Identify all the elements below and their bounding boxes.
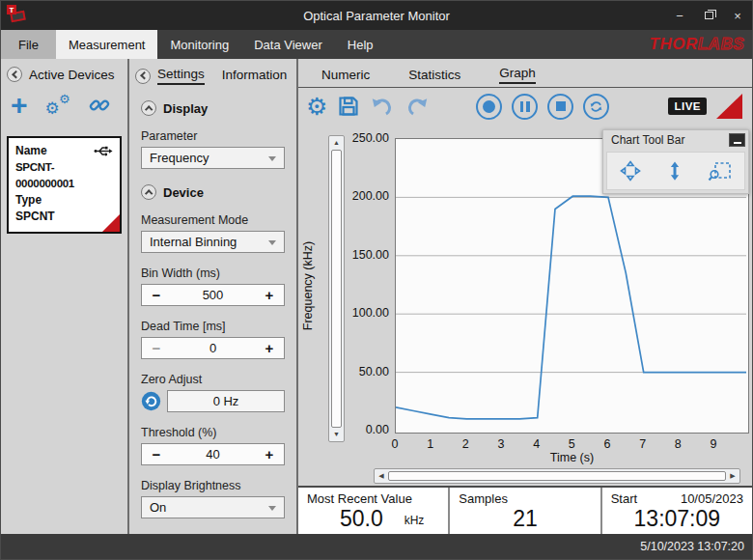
graph-toolbar: ⚙ — [298, 88, 752, 125]
chart-region: ▲ ▼ Frequency (kHz) 0.0050.00100.00150.0… — [298, 125, 752, 466]
restore-icon — [705, 12, 713, 19]
samples-cell: Samples 21 — [450, 488, 601, 536]
scroll-left-icon[interactable]: ◀ — [376, 472, 387, 480]
stop-button[interactable] — [547, 94, 573, 120]
refresh-button[interactable] — [583, 94, 609, 120]
close-button[interactable]: × — [723, 1, 752, 30]
scroll-down-icon[interactable]: ▼ — [333, 429, 340, 440]
device-name-label: Name — [15, 143, 47, 159]
record-button[interactable] — [476, 94, 502, 120]
display-brightness-label: Display Brightness — [141, 479, 285, 492]
threshold-decrement-button[interactable]: − — [142, 446, 171, 462]
settings-gears-icon[interactable]: ⚙⚙ — [45, 94, 70, 117]
dead-time-increment-button[interactable]: + — [255, 340, 284, 356]
menu-bar: File Measurement Monitoring Data Viewer … — [1, 30, 752, 59]
menu-help[interactable]: Help — [335, 30, 386, 59]
measurement-mode-dropdown[interactable]: Internal Binning — [141, 231, 285, 253]
vertical-scale-icon[interactable] — [664, 159, 685, 182]
device-card[interactable]: Name SPCNT-0000000001 Type SPCNT — [7, 136, 122, 234]
y-tick-labels: 0.0050.00100.00150.00200.00250.00 — [349, 138, 391, 434]
y-axis-label: Frequency (kHz) — [300, 138, 316, 434]
tab-settings[interactable]: Settings — [157, 67, 205, 85]
dead-time-value: 0 — [171, 341, 255, 355]
horizontal-scroll-thumb[interactable] — [388, 471, 726, 481]
start-label: Start — [611, 491, 637, 506]
device-status-triangle — [102, 214, 120, 232]
collapse-devices-button[interactable] — [7, 67, 22, 82]
minimize-button[interactable]: − — [665, 1, 694, 30]
menu-data-viewer[interactable]: Data Viewer — [241, 30, 335, 59]
collapse-display-section-button[interactable] — [141, 100, 156, 116]
device-type-label: Type — [15, 192, 113, 209]
display-brightness-dropdown[interactable]: On — [141, 496, 285, 518]
pause-button[interactable] — [512, 94, 538, 120]
threshold-increment-button[interactable]: + — [255, 446, 284, 462]
chevron-up-icon — [144, 104, 153, 113]
pause-icon — [520, 101, 530, 112]
redo-icon[interactable] — [404, 95, 430, 118]
connect-link-icon[interactable] — [88, 94, 111, 117]
add-device-icon[interactable]: + — [11, 95, 28, 116]
y-tick: 250.00 — [352, 131, 389, 145]
scroll-right-icon[interactable]: ▶ — [727, 472, 739, 480]
chart-tool-bar-title: Chart Tool Bar — [611, 133, 729, 147]
chart-toolbar-minimize-button[interactable] — [729, 133, 745, 147]
zero-adjust-refresh-icon[interactable] — [141, 391, 161, 411]
scroll-up-icon[interactable]: ▲ — [333, 137, 340, 149]
status-bar: 5/10/2023 13:07:20 — [1, 534, 752, 559]
usb-icon — [94, 145, 113, 157]
minimize-icon — [734, 142, 741, 144]
vertical-scroll-thumb[interactable] — [331, 150, 342, 428]
collapse-settings-button[interactable] — [135, 69, 151, 84]
start-time-cell: Start 10/05/2023 13:07:09 — [602, 488, 752, 536]
pan-move-icon[interactable] — [619, 159, 642, 182]
horizontal-scrollbar[interactable]: ◀ ▶ — [374, 468, 740, 484]
threshold-value: 40 — [171, 447, 255, 462]
restore-button[interactable] — [694, 1, 723, 30]
x-tick: 1 — [427, 437, 433, 451]
stop-icon — [556, 101, 566, 111]
most-recent-value-cell: Most Recent Value 50.0 kHz — [298, 488, 450, 536]
live-status-triangle — [716, 94, 742, 119]
parameter-label: Parameter — [141, 129, 285, 143]
tab-graph[interactable]: Graph — [499, 66, 536, 84]
x-axis-label: Time (s) — [395, 451, 749, 464]
most-recent-value-unit: kHz — [404, 514, 425, 527]
tab-information[interactable]: Information — [222, 68, 288, 84]
x-tick: 8 — [675, 437, 682, 451]
menu-file[interactable]: File — [1, 30, 56, 59]
menu-monitoring[interactable]: Monitoring — [157, 30, 241, 59]
parameter-dropdown[interactable]: Frequency — [141, 147, 285, 169]
monitor-panel: Numeric Statistics Graph ⚙ — [298, 59, 752, 534]
y-tick: 50.00 — [359, 365, 389, 378]
graph-settings-gear-icon[interactable]: ⚙ — [306, 95, 327, 119]
chevron-left-icon — [11, 70, 19, 78]
collapse-device-section-button[interactable] — [141, 184, 156, 200]
x-tick: 4 — [533, 437, 540, 451]
tab-numeric[interactable]: Numeric — [321, 68, 370, 84]
save-icon[interactable] — [337, 95, 360, 118]
dropdown-arrow-icon — [268, 156, 276, 161]
zoom-region-icon[interactable] — [708, 159, 733, 182]
vertical-scrollbar[interactable]: ▲ ▼ — [328, 135, 345, 442]
zero-adjust-field[interactable]: 0 Hz — [167, 390, 285, 412]
record-icon — [483, 100, 495, 113]
menu-measurement[interactable]: Measurement — [56, 30, 157, 59]
refresh-icon — [589, 99, 603, 114]
dead-time-decrement-button[interactable]: − — [142, 340, 171, 356]
bin-width-stepper: − 500 + — [141, 284, 285, 306]
tab-statistics[interactable]: Statistics — [408, 68, 460, 84]
y-tick: 0.00 — [366, 423, 389, 436]
window-title: Optical Parameter Monitor — [1, 9, 752, 23]
zero-adjust-label: Zero Adjust — [141, 373, 285, 386]
bin-width-increment-button[interactable]: + — [255, 287, 284, 303]
status-datetime: 5/10/2023 13:07:20 — [640, 540, 744, 553]
measurement-info-row: Most Recent Value 50.0 kHz Samples 21 St… — [298, 486, 752, 536]
undo-icon[interactable] — [370, 95, 395, 118]
x-tick: 9 — [711, 437, 717, 451]
device-section-title: Device — [163, 185, 204, 200]
y-tick: 200.00 — [352, 189, 389, 203]
bin-width-decrement-button[interactable]: − — [142, 287, 171, 303]
x-tick: 2 — [462, 437, 469, 451]
title-bar: T Optical Parameter Monitor − × — [1, 1, 752, 30]
